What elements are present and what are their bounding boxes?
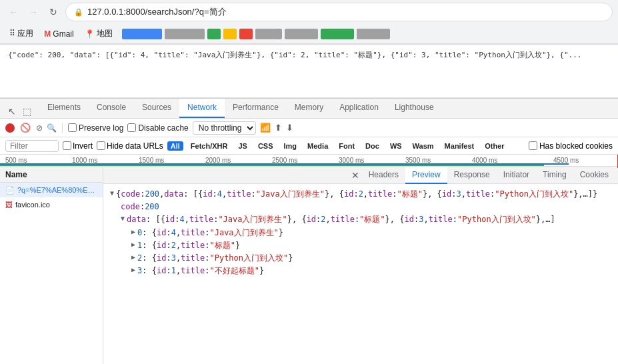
filter-fetch-xhr-button[interactable]: Fetch/XHR [187, 141, 231, 151]
bookmark-colored-5[interactable] [239, 29, 253, 39]
preserve-log-checkbox[interactable] [68, 123, 77, 132]
address-bar[interactable]: 🔒 127.0.0.1:8000/searchJson/?q=简介 [65, 3, 613, 21]
detail-panel: ✕ Headers Preview Response Initiator Tim… [103, 167, 618, 364]
detail-tab-response[interactable]: Response [447, 167, 497, 184]
tab-network[interactable]: Network [179, 99, 225, 118]
bookmark-colored-7[interactable] [285, 29, 318, 39]
forward-button[interactable]: → [25, 4, 41, 20]
file-name-1: favicon.ico [15, 201, 50, 209]
timeline-progress-green [0, 165, 544, 166]
back-button[interactable]: ← [5, 4, 21, 20]
disable-cache-label[interactable]: Disable cache [127, 123, 188, 133]
filter-font-button[interactable]: Font [335, 141, 358, 151]
apps-bookmark[interactable]: ⠿ 应用 [5, 27, 37, 41]
devtools-pointer-icon[interactable]: ↖ [5, 105, 19, 118]
json-arrow-data[interactable]: ▼ [121, 213, 125, 224]
bookmark-colored-3[interactable] [207, 29, 221, 39]
download-button[interactable]: ⬇ [286, 123, 293, 133]
filter-wasm-button[interactable]: Wasm [409, 141, 437, 151]
json-arrow-item-2[interactable]: ▶ [131, 252, 135, 263]
filter-img-button[interactable]: Img [281, 141, 301, 151]
tab-console[interactable]: Console [89, 99, 134, 118]
detail-tab-timing[interactable]: Timing [536, 167, 573, 184]
has-blocked-label[interactable]: Has blocked cookies [529, 141, 613, 151]
filter-css-button[interactable]: CSS [255, 141, 277, 151]
bookmarks-bar: ⠿ 应用 M Gmail 📍 地图 [0, 24, 618, 44]
filter-button[interactable]: ⊘ [36, 123, 43, 133]
json-arrow-item-0[interactable]: ▶ [131, 227, 135, 237]
bookmark-colored-6[interactable] [255, 29, 282, 39]
record-button[interactable] [5, 123, 15, 133]
detail-tab-cookies[interactable]: Cookies [573, 167, 615, 184]
gmail-bookmark[interactable]: M Gmail [40, 28, 77, 40]
gmail-icon: M [44, 29, 51, 39]
hide-data-urls-checkbox[interactable] [97, 141, 105, 150]
timeline-bar: 500 ms 1000 ms 1500 ms 2000 ms 2500 ms 3… [0, 155, 618, 167]
filter-other-button[interactable]: Other [481, 141, 507, 151]
wifi-icon: 📶 [260, 123, 271, 133]
json-line-item-3: ▶ 3 : { id : 1 , title : "不好起标题" } [110, 265, 611, 277]
nav-bar: ← → ↻ 🔒 127.0.0.1:8000/searchJson/?q=简介 [0, 0, 618, 24]
tab-memory[interactable]: Memory [287, 99, 331, 118]
refresh-button[interactable]: ↻ [45, 4, 61, 20]
file-name-0: ?q=%E7%AE%80%E5%A4%8... [17, 186, 97, 194]
upload-button[interactable]: ⬆ [275, 123, 282, 133]
apps-icon: ⠿ 应用 [9, 28, 33, 39]
invert-checkbox-label[interactable]: Invert [63, 141, 93, 151]
throttling-select[interactable]: No throttling [193, 121, 256, 135]
file-icon-json: 📄 [5, 186, 15, 195]
devtools-device-icon[interactable]: ⬚ [20, 105, 34, 118]
tab-lighthouse[interactable]: Lighthouse [387, 99, 442, 118]
bookmark-colored-1[interactable] [122, 29, 162, 39]
json-arrow-item-3[interactable]: ▶ [131, 265, 135, 275]
address-text: 127.0.0.1:8000/searchJson/?q=简介 [87, 6, 227, 18]
bookmark-colored-9[interactable] [357, 29, 390, 39]
detail-close-button[interactable]: ✕ [351, 167, 359, 183]
json-arrow-item-1[interactable]: ▶ [131, 239, 135, 250]
devtools-panel: ↖ ⬚ Elements Console Sources Network Per… [0, 98, 618, 364]
invert-checkbox[interactable] [63, 141, 71, 150]
tab-elements[interactable]: Elements [39, 99, 89, 118]
json-line-0: ▼ { code : 200 , data : [ { id : 4 , tit… [110, 188, 611, 201]
filter-js-button[interactable]: JS [235, 141, 250, 151]
file-list-item-0[interactable]: 📄 ?q=%E7%AE%80%E5%A4%8... [0, 183, 103, 197]
filter-all-button[interactable]: All [167, 141, 183, 151]
detail-tab-preview[interactable]: Preview [405, 167, 447, 184]
devtools-tabs: ↖ ⬚ Elements Console Sources Network Per… [0, 99, 618, 119]
json-line-data: ▼ data : [ { id : 4 , title : "Java入门到养生… [110, 213, 611, 226]
detail-content: ▼ { code : 200 , data : [ { id : 4 , tit… [103, 184, 618, 364]
json-line-code: code : 200 [110, 201, 611, 213]
filter-ws-button[interactable]: WS [387, 141, 405, 151]
file-list-item-1[interactable]: 🖼 favicon.ico [0, 197, 103, 212]
hide-data-urls-label[interactable]: Hide data URLs [97, 141, 163, 151]
filter-manifest-button[interactable]: Manifest [441, 141, 478, 151]
filter-doc-button[interactable]: Doc [362, 141, 383, 151]
filter-bar: Invert Hide data URLs All Fetch/XHR JS C… [0, 137, 618, 155]
devtools-content: Name 📄 ?q=%E7%AE%80%E5%A4%8... 🖼 favicon… [0, 167, 618, 364]
json-arrow-0[interactable]: ▼ [110, 188, 114, 199]
maps-icon: 📍 [85, 29, 95, 39]
has-blocked-checkbox[interactable] [529, 141, 537, 150]
bookmark-colored-8[interactable] [321, 29, 354, 39]
tab-application[interactable]: Application [331, 99, 387, 118]
bookmark-colored-2[interactable] [165, 29, 205, 39]
maps-label: 地图 [97, 28, 113, 39]
disable-cache-checkbox[interactable] [127, 123, 136, 132]
preserve-log-label[interactable]: Preserve log [68, 123, 123, 133]
tab-performance[interactable]: Performance [225, 99, 287, 118]
json-line-item-2: ▶ 2 : { id : 3 , title : "Python入门到入坟" } [110, 252, 611, 265]
clear-button[interactable]: 🚫 [19, 123, 32, 133]
bookmark-colored-4[interactable] [223, 29, 237, 39]
filter-input[interactable] [5, 140, 59, 152]
lock-icon: 🔒 [74, 8, 83, 17]
network-toolbar: 🚫 ⊘ 🔍 Preserve log Disable cache No thro… [0, 119, 618, 137]
maps-bookmark[interactable]: 📍 地图 [81, 27, 117, 41]
json-line-item-0: ▶ 0 : { id : 4 , title : "Java入门到养生" } [110, 227, 611, 239]
search-button[interactable]: 🔍 [47, 123, 57, 133]
file-list-header: Name [0, 167, 103, 183]
detail-tab-headers[interactable]: Headers [362, 167, 405, 184]
detail-tab-initiator[interactable]: Initiator [497, 167, 536, 184]
file-icon-ico: 🖼 [5, 201, 13, 209]
tab-sources[interactable]: Sources [134, 99, 179, 118]
filter-media-button[interactable]: Media [304, 141, 331, 151]
